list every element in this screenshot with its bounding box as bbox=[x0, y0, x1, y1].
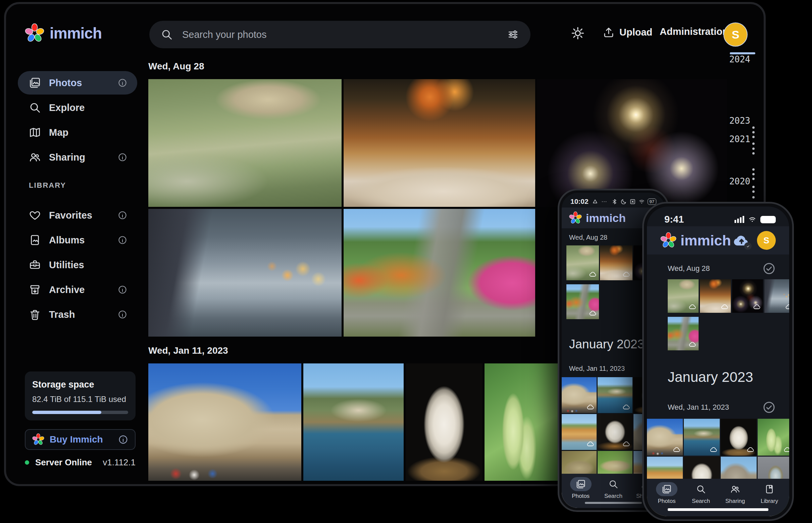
library-section-header: LIBRARY bbox=[29, 181, 66, 190]
nav-tab-search[interactable]: Search bbox=[599, 477, 628, 500]
timeline-tick-dot bbox=[752, 126, 755, 129]
photo-thumbnail-monkeys[interactable] bbox=[668, 279, 698, 313]
cloud-sync-icon bbox=[673, 446, 681, 454]
buy-immich-button[interactable]: Buy Immich bbox=[25, 429, 136, 450]
photo-thumbnail-sculpture[interactable] bbox=[721, 419, 757, 456]
home-indicator[interactable] bbox=[668, 508, 768, 511]
info-icon[interactable] bbox=[118, 235, 127, 245]
select-all-check-icon[interactable] bbox=[762, 262, 776, 275]
photo-thumbnail-monkeys[interactable] bbox=[566, 246, 599, 280]
info-icon[interactable] bbox=[118, 152, 127, 162]
buy-immich-label: Buy Immich bbox=[50, 434, 118, 445]
photo-thumbnail-berries[interactable] bbox=[758, 419, 789, 456]
photo-hands[interactable] bbox=[148, 209, 342, 337]
theme-toggle-button[interactable] bbox=[571, 26, 585, 40]
map-icon bbox=[29, 126, 41, 139]
nav-tab-search[interactable]: Search bbox=[687, 482, 715, 505]
filter-tune-icon[interactable] bbox=[507, 29, 519, 40]
info-icon[interactable] bbox=[118, 78, 127, 88]
timeline-year-2020[interactable]: 2020 bbox=[727, 176, 750, 186]
sidebar-item-photos[interactable]: Photos bbox=[18, 71, 137, 94]
nav-tab-sharing[interactable]: Sharing bbox=[721, 482, 749, 505]
immich-flower-icon bbox=[569, 212, 582, 224]
photos-icon bbox=[29, 77, 41, 89]
user-avatar[interactable]: S bbox=[757, 231, 776, 250]
home-indicator[interactable] bbox=[585, 502, 642, 504]
sidebar-item-favorites[interactable]: Favorites bbox=[18, 203, 137, 227]
photo-thumbnail-garden-path[interactable] bbox=[566, 284, 599, 319]
wifi-icon bbox=[747, 216, 757, 223]
ellipsis-icon bbox=[601, 198, 607, 205]
photo-dinner[interactable] bbox=[344, 79, 535, 207]
sidebar-item-label: Utilities bbox=[49, 259, 137, 271]
search-input[interactable]: Search your photos bbox=[149, 21, 531, 48]
immich-logo[interactable]: immich bbox=[25, 23, 102, 43]
photo-thumbnail-hands[interactable] bbox=[764, 279, 789, 313]
info-icon[interactable] bbox=[118, 285, 127, 294]
select-all-check-icon[interactable] bbox=[762, 401, 776, 414]
search-icon bbox=[161, 29, 173, 40]
people-icon bbox=[29, 151, 41, 163]
sidebar-item-label: Explore bbox=[49, 102, 137, 113]
administration-link[interactable]: Administration bbox=[660, 26, 728, 37]
photo-thumbnail-castle[interactable] bbox=[647, 419, 683, 456]
timeline-tick-dot bbox=[752, 168, 755, 170]
photo-thumbnail-castle[interactable] bbox=[562, 377, 597, 413]
photo-monkeys[interactable] bbox=[148, 79, 342, 207]
nav-tab-label: Photos bbox=[658, 498, 676, 505]
sidebar-item-explore[interactable]: Explore bbox=[18, 96, 137, 119]
cloud-sync-icon bbox=[783, 446, 789, 454]
bluetooth-icon bbox=[611, 198, 618, 205]
wifi-icon bbox=[639, 198, 645, 205]
photo-berries[interactable] bbox=[485, 363, 560, 481]
photo-thumbnail-coastal[interactable] bbox=[684, 419, 720, 456]
sidebar-item-sharing[interactable]: Sharing bbox=[18, 145, 137, 169]
search-icon bbox=[29, 102, 41, 114]
search-icon bbox=[696, 484, 706, 494]
photo-fireworks[interactable] bbox=[537, 79, 727, 207]
upload-button[interactable]: Upload bbox=[603, 26, 652, 38]
nav-tab-photos[interactable]: Photos bbox=[652, 482, 681, 505]
photo-castle[interactable] bbox=[148, 363, 301, 481]
nav-tab-photos[interactable]: Photos bbox=[566, 477, 595, 500]
nav-tab-label: Library bbox=[761, 498, 778, 505]
photo-sculpture[interactable] bbox=[406, 363, 483, 481]
sidebar-item-label: Archive bbox=[49, 284, 118, 295]
timeline-year-2024[interactable]: 2024 bbox=[727, 54, 750, 65]
sidebar-item-albums[interactable]: Albums bbox=[18, 228, 137, 252]
photo-thumbnail-garden-path[interactable] bbox=[668, 317, 698, 350]
photo-thumbnail-fireworks[interactable] bbox=[732, 279, 763, 313]
sidebar-item-map[interactable]: Map bbox=[18, 121, 137, 144]
photo-thumbnail-stonehead[interactable] bbox=[598, 414, 633, 450]
heart-icon bbox=[29, 209, 41, 221]
sidebar-item-label: Photos bbox=[49, 77, 118, 89]
ios-phone-mockup: 9:41 immich S bbox=[642, 202, 794, 521]
sidebar-item-trash[interactable]: Trash bbox=[18, 303, 137, 326]
photo-thumbnail-dinner[interactable] bbox=[600, 246, 633, 280]
signal-icon bbox=[735, 216, 744, 223]
photo-thumbnail-dinner[interactable] bbox=[700, 279, 731, 313]
cloud-sync-icon bbox=[689, 340, 696, 348]
sidebar-item-utilities[interactable]: Utilities bbox=[18, 253, 137, 276]
nav-tab-label: Search bbox=[692, 498, 710, 505]
user-avatar[interactable]: S bbox=[723, 22, 747, 47]
sidebar-main-nav: Photos Explore Map Sharing bbox=[18, 71, 137, 170]
app-logo-text: immich bbox=[680, 232, 731, 249]
sidebar-item-label: Favorites bbox=[49, 210, 118, 221]
photo-thumbnail-beach[interactable] bbox=[562, 414, 597, 450]
timeline-year-2021[interactable]: 2021 bbox=[727, 134, 750, 144]
ios-status-bar: 9:41 bbox=[647, 206, 789, 226]
photo-thumbnail-coastal[interactable] bbox=[598, 377, 633, 413]
info-icon[interactable] bbox=[118, 310, 127, 319]
cloud-upload-icon[interactable] bbox=[733, 232, 750, 249]
status-time: 10:02 bbox=[570, 197, 589, 205]
timeline-year-2023[interactable]: 2023 bbox=[727, 116, 750, 126]
screenshot-root: immich Search your photos Upload Adminis… bbox=[0, 0, 812, 523]
sidebar-item-archive[interactable]: Archive bbox=[18, 278, 137, 301]
info-icon[interactable] bbox=[118, 434, 128, 445]
info-icon[interactable] bbox=[118, 211, 127, 220]
photo-coastal[interactable] bbox=[303, 363, 404, 481]
photo-garden-path[interactable] bbox=[344, 209, 535, 337]
nav-tab-library[interactable]: Library bbox=[755, 482, 784, 505]
timeline-tick-dot bbox=[752, 143, 755, 145]
